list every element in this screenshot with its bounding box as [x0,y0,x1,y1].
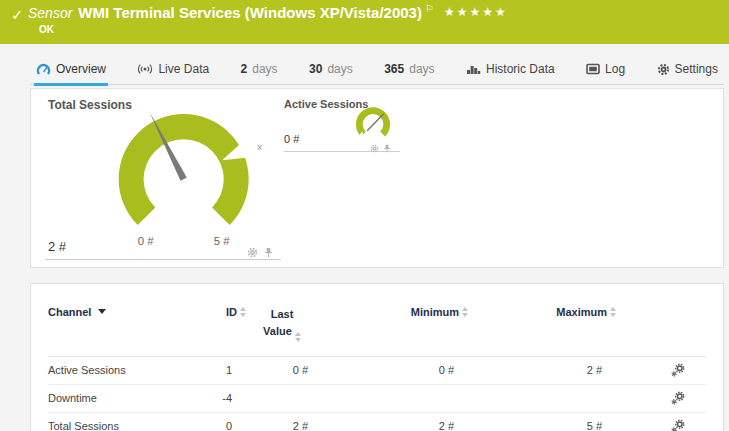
total-sessions-gauge: x 0 # 5 # [97,101,279,253]
tab-overview-label: Overview [56,62,106,76]
sort-icon [295,332,301,342]
gear-icon[interactable] [370,139,379,157]
channel-minimum: 2 # [318,420,468,431]
histogram-icon [466,63,481,75]
channel-id: 0 [198,420,246,431]
page-title: WMI Terminal Services (Windows XP/Vista/… [78,4,422,21]
pin-icon[interactable] [264,244,273,262]
pin-icon[interactable] [383,139,391,157]
flag-icon[interactable]: ⚐ [425,3,434,14]
column-header-last-value[interactable]: Last Value [246,306,318,342]
channel-table: Channel ID Last Value Minimum Maximum [48,296,706,431]
channel-settings-gears-icon[interactable] [616,419,706,431]
sensor-kind-label: Sensor [28,5,72,21]
status-check-icon: ✓ [11,6,24,24]
sensor-header-bar: ✓ SensorWMI Terminal Services (Windows X… [0,0,729,44]
tab-2-days[interactable]: 2 days [239,58,280,84]
tab-365-days-label: days [409,62,434,76]
column-header-minimum[interactable]: Minimum [318,306,468,318]
channel-settings-gears-icon[interactable] [616,391,706,405]
active-sessions-current-value: 0 # [284,133,299,145]
tab-settings[interactable]: Settings [655,58,720,84]
channel-maximum: 5 # [468,420,616,431]
gauges-panel: Total Sessions x 0 # 5 # 2 # Active Sess… [30,88,724,268]
tab-30-days[interactable]: 30 days [307,58,355,84]
tab-historic-data-label: Historic Data [486,62,555,76]
gear-icon [657,63,670,76]
status-badge: OK [39,24,54,35]
tab-bar: Overview Live Data 2 days 30 days 365 da… [30,54,724,85]
channel-settings-gears-icon[interactable] [616,363,706,377]
channel-last-value: 0 # [246,364,318,376]
gauge-icon [36,63,51,76]
priority-stars[interactable]: ★★★★★ [444,5,508,19]
column-header-id[interactable]: ID [198,306,246,318]
tab-30-days-number: 30 [309,62,322,76]
channel-maximum: 2 # [468,364,616,376]
tab-365-days-number: 365 [384,62,404,76]
table-row[interactable]: Total Sessions 0 2 # 2 # 5 # [48,413,706,431]
channel-name[interactable]: Active Sessions [48,364,198,376]
tab-overview[interactable]: Overview [34,58,108,86]
log-icon [586,63,600,75]
tab-live-data-label: Live Data [158,62,209,76]
tab-2-days-number: 2 [241,62,248,76]
column-header-maximum[interactable]: Maximum [468,306,616,318]
tab-log[interactable]: Log [584,58,627,84]
channel-minimum: 0 # [318,364,468,376]
channel-id: 1 [198,364,246,376]
gauge-needle [367,114,384,131]
chevron-down-icon [98,309,106,314]
total-sessions-current-value: 2 # [48,239,66,254]
tab-live-data[interactable]: Live Data [135,58,211,84]
divider [45,259,281,260]
table-header-row: Channel ID Last Value Minimum Maximum [48,296,706,357]
tab-365-days[interactable]: 365 days [382,58,436,84]
channels-panel: Channel ID Last Value Minimum Maximum [30,283,724,431]
table-row[interactable]: Downtime -4 [48,385,706,413]
gauge-scale-min-label: 0 # [138,235,154,247]
gauge-marker-label: x [257,141,262,152]
tab-30-days-label: days [327,62,352,76]
table-row[interactable]: Active Sessions 1 0 # 0 # 2 # [48,357,706,385]
tab-log-label: Log [605,62,625,76]
channel-id: -4 [198,392,246,404]
channel-name[interactable]: Total Sessions [48,420,198,431]
column-header-channel[interactable]: Channel [48,306,198,318]
gear-icon[interactable] [247,244,258,262]
tab-2-days-label: days [252,62,277,76]
sort-icon [610,307,616,317]
tab-settings-label: Settings [675,62,718,76]
gauge-scale-max-label: 5 # [214,235,230,247]
live-data-icon [137,63,153,75]
channel-last-value: 2 # [246,420,318,431]
channel-name[interactable]: Downtime [48,392,198,404]
tab-historic-data[interactable]: Historic Data [464,58,557,84]
